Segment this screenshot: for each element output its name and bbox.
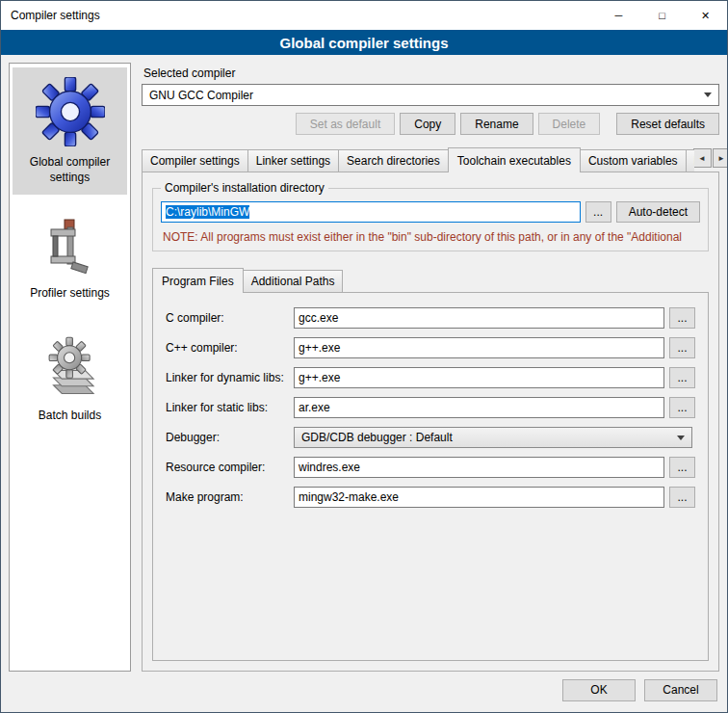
browse-button[interactable]: ... <box>669 337 695 358</box>
chevron-down-icon <box>704 92 712 97</box>
installation-directory-browse-button[interactable]: ... <box>585 201 611 223</box>
c-compiler-input[interactable]: gcc.exe <box>294 307 664 329</box>
settings-sidebar: Global compiler settings Profiler settin… <box>9 63 131 672</box>
cancel-button[interactable]: Cancel <box>644 679 717 701</box>
field-row-cpp-compiler: C++ compiler: g++.exe ... <box>166 337 695 358</box>
installation-directory-row: C:\raylib\MinGW ... Auto-detect <box>161 201 700 223</box>
sidebar-item-batch-builds[interactable]: Batch builds <box>13 323 127 434</box>
installation-directory-title: Compiler's installation directory <box>161 181 328 195</box>
tab-linker-settings[interactable]: Linker settings <box>247 149 339 172</box>
installation-note: NOTE: All programs must exist either in … <box>163 230 698 244</box>
copy-button[interactable]: Copy <box>400 113 455 135</box>
c-compiler-value: gcc.exe <box>299 311 338 325</box>
set-as-default-button: Set as default <box>296 113 395 135</box>
maximize-icon[interactable]: □ <box>640 1 684 30</box>
ok-button[interactable]: OK <box>562 679 636 701</box>
tab-search-directories[interactable]: Search directories <box>338 149 449 172</box>
installation-directory-value: C:\raylib\MinGW <box>166 205 249 219</box>
minimize-icon[interactable]: ─ <box>597 1 640 30</box>
sidebar-item-profiler-settings[interactable]: Profiler settings <box>13 206 127 311</box>
installation-directory-group: Compiler's installation directory C:\ray… <box>152 188 709 251</box>
dialog-footer: OK Cancel <box>1 675 727 712</box>
linker-static-value: ar.exe <box>299 401 330 414</box>
field-label: Make program: <box>166 490 294 504</box>
field-label: C++ compiler: <box>166 341 294 355</box>
batch-gear-stack-icon <box>37 332 104 400</box>
make-program-input[interactable]: mingw32-make.exe <box>294 487 664 508</box>
field-label: Linker for static libs: <box>166 401 294 414</box>
sidebar-item-label: Batch builds <box>39 409 101 424</box>
cpp-compiler-value: g++.exe <box>299 341 340 355</box>
close-icon[interactable]: ✕ <box>684 1 727 30</box>
browse-button[interactable]: ... <box>669 397 695 418</box>
compiler-select-value: GNU GCC Compiler <box>149 89 253 102</box>
resource-compiler-input[interactable]: windres.exe <box>294 457 664 478</box>
program-files-panel: C compiler: gcc.exe ... C++ compiler: g+… <box>152 292 709 661</box>
blue-gear-icon <box>36 77 105 146</box>
tab-scroll-left-icon[interactable]: ◄ <box>693 148 712 168</box>
linker-static-input[interactable]: ar.exe <box>294 397 664 418</box>
sidebar-item-label: Profiler settings <box>30 286 110 302</box>
debugger-value: GDB/CDB debugger : Default <box>301 431 453 444</box>
linker-dynamic-input[interactable]: g++.exe <box>294 367 664 388</box>
field-row-linker-static: Linker for static libs: ar.exe ... <box>166 397 695 418</box>
sidebar-item-global-compiler-settings[interactable]: Global compiler settings <box>13 67 127 195</box>
tab-compiler-settings[interactable]: Compiler settings <box>142 149 248 172</box>
field-row-resource-compiler: Resource compiler: windres.exe ... <box>166 457 695 478</box>
titlebar[interactable]: Compiler settings ─ □ ✕ <box>1 1 727 30</box>
debugger-select[interactable]: GDB/CDB debugger : Default <box>294 427 692 448</box>
field-row-make-program: Make program: mingw32-make.exe ... <box>166 487 695 508</box>
browse-button[interactable]: ... <box>669 487 695 508</box>
compiler-select[interactable]: GNU GCC Compiler <box>142 84 719 106</box>
settings-tabstrip: Compiler settings Linker settings Search… <box>142 147 719 172</box>
selected-compiler-label: Selected compiler <box>143 66 719 80</box>
reset-defaults-button[interactable]: Reset defaults <box>616 113 719 135</box>
profiler-clamp-icon <box>39 216 101 277</box>
installation-directory-input[interactable]: C:\raylib\MinGW <box>161 201 581 223</box>
page-title: Global compiler settings <box>1 30 727 55</box>
compiler-settings-window: Compiler settings ─ □ ✕ Global compiler … <box>0 0 728 713</box>
field-row-c-compiler: C compiler: gcc.exe ... <box>166 307 695 329</box>
tab-additional-paths[interactable]: Additional Paths <box>243 270 344 292</box>
field-row-debugger: Debugger: GDB/CDB debugger : Default <box>166 427 695 448</box>
chevron-down-icon <box>677 436 685 440</box>
window-controls: ─ □ ✕ <box>597 1 727 30</box>
sidebar-item-label: Global compiler settings <box>14 155 125 185</box>
toolchain-executables-panel: Compiler's installation directory C:\ray… <box>142 172 719 672</box>
program-tabstrip: Program Files Additional Paths <box>152 268 709 292</box>
linker-dynamic-value: g++.exe <box>299 371 340 384</box>
browse-button[interactable]: ... <box>669 457 695 478</box>
rename-button[interactable]: Rename <box>460 113 533 135</box>
tab-build-options-clipped[interactable]: Builc <box>686 149 694 172</box>
browse-button[interactable]: ... <box>669 367 695 388</box>
browse-button[interactable]: ... <box>669 307 695 329</box>
field-label: C compiler: <box>166 311 294 325</box>
cpp-compiler-input[interactable]: g++.exe <box>294 337 664 358</box>
main-panel: Selected compiler GNU GCC Compiler Set a… <box>142 63 719 672</box>
auto-detect-button[interactable]: Auto-detect <box>616 201 700 223</box>
tab-scroll-right-icon[interactable]: ► <box>713 148 728 168</box>
delete-button: Delete <box>538 113 601 135</box>
tab-custom-variables[interactable]: Custom variables <box>580 149 687 172</box>
dialog-body: Global compiler settings Profiler settin… <box>1 55 727 675</box>
field-label: Resource compiler: <box>166 461 294 474</box>
compiler-actions: Set as default Copy Rename Delete Reset … <box>142 113 719 135</box>
window-title: Compiler settings <box>1 9 100 22</box>
field-row-linker-dynamic: Linker for dynamic libs: g++.exe ... <box>166 367 695 388</box>
tab-program-files[interactable]: Program Files <box>152 268 244 293</box>
make-program-value: mingw32-make.exe <box>299 490 399 504</box>
resource-compiler-value: windres.exe <box>299 461 360 474</box>
tab-toolchain-executables[interactable]: Toolchain executables <box>448 147 581 172</box>
tab-scroll-buttons: ◄ ► <box>693 148 728 168</box>
field-label: Linker for dynamic libs: <box>166 371 294 384</box>
field-label: Debugger: <box>166 431 294 444</box>
